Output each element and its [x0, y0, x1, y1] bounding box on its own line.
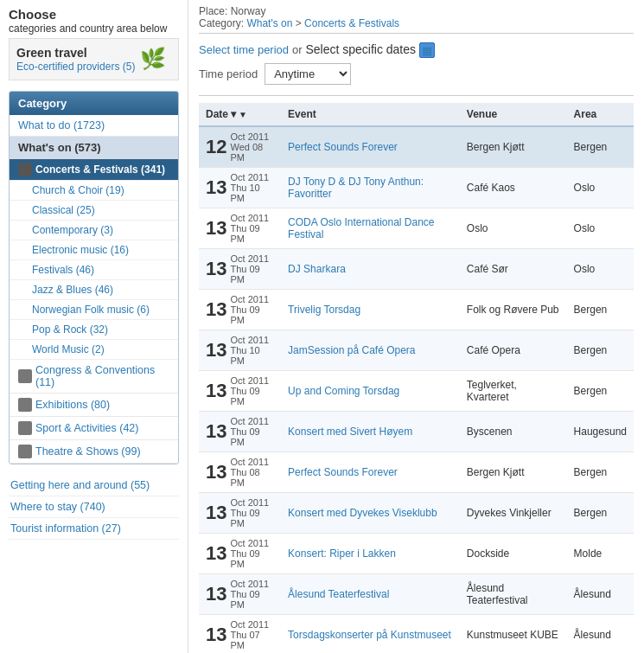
cell-area: Ålesund — [567, 574, 634, 615]
or-label: or — [292, 43, 303, 56]
cell-event: Konsert med Sivert Høyem — [281, 412, 460, 452]
date-month-year: Oct 2011 — [230, 619, 274, 630]
table-row: 13 Oct 2011 Thu 09 PM Ålesund Teaterfest… — [199, 574, 634, 615]
venue-text: Café Kaos — [467, 182, 515, 194]
venue-text: Byscenen — [467, 426, 513, 438]
cell-date: 13 Oct 2011 Thu 09 PM — [199, 534, 281, 574]
date-day-time: Thu 07 PM — [230, 630, 274, 650]
sidebar-item-pop-rock[interactable]: Pop & Rock (32) — [10, 320, 178, 340]
sidebar: Choose categories and country area below… — [0, 0, 188, 653]
cell-venue: Café Opera — [460, 330, 567, 371]
where-to-stay-link[interactable]: Where to stay (740) — [9, 496, 179, 518]
cell-area: Oslo — [567, 249, 634, 290]
area-text: Bergen — [574, 304, 608, 316]
event-link[interactable]: Trivelig Torsdag — [288, 304, 360, 316]
table-header-row: Date ▾ Event Venue Area — [199, 103, 634, 126]
sidebar-item-world-music[interactable]: World Music (2) — [10, 340, 178, 360]
sidebar-item-theatre[interactable]: Theatre & Shows (99) — [10, 440, 178, 464]
getting-here-link[interactable]: Getting here and around (55) — [9, 475, 179, 496]
sidebar-item-exhibitions[interactable]: Exhibitions (80) — [10, 394, 178, 417]
event-link[interactable]: DJ Tony D & DJ Tony Anthun: Favoritter — [288, 176, 424, 200]
date-day-time: Thu 09 PM — [230, 264, 274, 285]
event-link[interactable]: Ålesund Teaterfestival — [288, 588, 389, 600]
tourist-info-link[interactable]: Tourist information (27) — [9, 518, 179, 540]
theatre-icon — [18, 445, 32, 458]
place-value: Norway — [231, 5, 266, 17]
area-text: Oslo — [574, 222, 596, 234]
venue-text: Ålesund Teaterfestival — [467, 582, 528, 606]
venue-text: Dyvekes Vinkjeller — [467, 507, 552, 519]
sidebar-item-norwegian-folk[interactable]: Norwegian Folk music (6) — [10, 300, 178, 320]
date-day: 13 — [206, 176, 226, 199]
venue-text: Bergen Kjøtt — [467, 466, 525, 478]
date-month-year: Oct 2011 — [230, 131, 274, 142]
cell-date: 13 Oct 2011 Thu 08 PM — [199, 452, 281, 493]
sidebar-item-classical[interactable]: Classical (25) — [10, 201, 178, 221]
date-month-year: Oct 2011 — [230, 253, 274, 264]
col-event: Event — [281, 103, 460, 126]
sidebar-item-festivals[interactable]: Festivals (46) — [10, 260, 178, 280]
select-time-label: Select time period — [199, 43, 289, 56]
date-month-year: Oct 2011 — [230, 497, 274, 508]
event-link[interactable]: Konsert med Sivert Høyem — [288, 426, 412, 438]
concerts-icon — [18, 163, 32, 176]
col-date[interactable]: Date ▾ — [199, 103, 281, 126]
area-text: Oslo — [574, 182, 596, 194]
venue-text: Kunstmuseet KUBE — [467, 629, 558, 641]
event-link[interactable]: Torsdagskonserter på Kunstmuseet — [288, 629, 451, 641]
time-period-select[interactable]: Anytime Today This week This month — [265, 63, 351, 85]
event-link[interactable]: CODA Oslo International Dance Festival — [288, 216, 434, 240]
event-link[interactable]: Konsert: Riper i Lakken — [288, 547, 396, 560]
date-month-year: Oct 2011 — [230, 172, 274, 182]
date-month-year: Oct 2011 — [230, 416, 274, 426]
sidebar-item-concerts-festivals[interactable]: Concerts & Festivals (341) — [10, 159, 178, 181]
cell-venue: Dyvekes Vinkjeller — [460, 493, 567, 534]
calendar-icon[interactable]: ▦ — [419, 42, 435, 58]
sidebar-item-contemporary[interactable]: Contemporary (3) — [10, 221, 178, 240]
event-link[interactable]: Konsert med Dyvekes Viseklubb — [288, 507, 437, 519]
breadcrumb-link-whats-on[interactable]: What's on — [246, 17, 292, 29]
date-day-time: Thu 09 PM — [230, 508, 274, 528]
venue-text: Café Sør — [467, 263, 508, 275]
place-label: Place: — [199, 5, 227, 17]
select-time-section: Select time period or Select specific da… — [199, 42, 634, 58]
cell-area: Molde — [567, 534, 634, 574]
eco-certified-link[interactable]: Eco-certified providers (5) — [16, 61, 135, 73]
sidebar-item-jazz-blues[interactable]: Jazz & Blues (46) — [10, 280, 178, 300]
table-row: 13 Oct 2011 Thu 09 PM DJ Sharkara Café S… — [199, 249, 634, 290]
sidebar-item-congress[interactable]: Congress & Conventions (11) — [10, 360, 178, 394]
event-link[interactable]: Up and Coming Torsdag — [288, 385, 399, 397]
sidebar-item-what-to-do[interactable]: What to do (1723) — [10, 115, 178, 137]
cell-venue: Ålesund Teaterfestival — [460, 574, 567, 615]
date-day: 13 — [206, 583, 226, 605]
sidebar-item-church-choir[interactable]: Church & Choir (19) — [10, 181, 178, 201]
venue-text: Folk og Røvere Pub — [467, 304, 559, 316]
sidebar-item-electronic[interactable]: Electronic music (16) — [10, 240, 178, 260]
breadcrumb-link-concerts[interactable]: Concerts & Festivals — [304, 17, 399, 29]
sidebar-item-whats-on[interactable]: What's on (573) — [10, 137, 178, 159]
date-day-time: Thu 10 PM — [230, 182, 274, 203]
venue-text: Café Opera — [467, 344, 520, 356]
date-day-time: Thu 10 PM — [230, 345, 274, 366]
select-specific-dates-link[interactable]: Select specific dates — [305, 42, 416, 56]
sidebar-item-sport[interactable]: Sport & Activities (42) — [10, 417, 178, 440]
category-box: Category What to do (1723) What's on (57… — [9, 91, 179, 464]
cell-area: Oslo — [567, 168, 634, 208]
event-link[interactable]: JamSession på Café Opera — [288, 344, 415, 356]
event-link[interactable]: Perfect Sounds Forever — [288, 141, 398, 153]
cell-area: Oslo — [567, 208, 634, 249]
table-row: 13 Oct 2011 Thu 09 PM Konsert med Sivert… — [199, 412, 634, 452]
area-text: Molde — [574, 547, 603, 560]
cell-event: JamSession på Café Opera — [281, 330, 460, 371]
event-link[interactable]: DJ Sharkara — [288, 263, 346, 275]
cell-area: Bergen — [567, 330, 634, 371]
table-row: 13 Oct 2011 Thu 09 PM Trivelig Torsdag F… — [199, 290, 634, 330]
area-text: Bergen — [574, 141, 608, 153]
divider-mid — [199, 95, 634, 96]
date-day: 13 — [206, 502, 226, 524]
cell-area: Haugesund — [567, 412, 634, 452]
event-link[interactable]: Perfect Sounds Forever — [288, 466, 398, 478]
cell-date: 13 Oct 2011 Thu 09 PM — [199, 412, 281, 452]
cell-event: CODA Oslo International Dance Festival — [281, 208, 460, 249]
date-day-time: Thu 09 PM — [230, 386, 274, 407]
